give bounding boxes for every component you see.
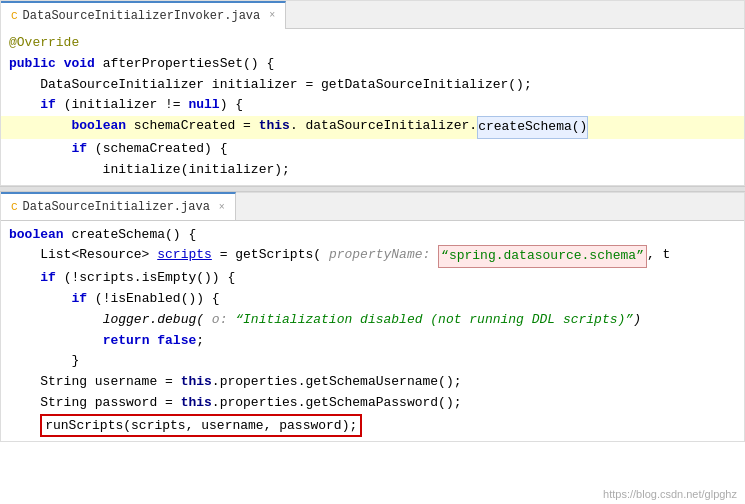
keyword: if: [71, 139, 87, 160]
tab1-label: DataSourceInitializerInvoker.java: [23, 9, 261, 23]
code-text: (!scripts.isEmpty()) {: [56, 268, 235, 289]
code-line: public void afterPropertiesSet() {: [1, 54, 744, 75]
code-text: createSchema() {: [64, 225, 197, 246]
code-text: [9, 268, 40, 289]
tab2-label: DataSourceInitializer.java: [23, 200, 210, 214]
code-line: boolean createSchema() {: [1, 225, 744, 246]
code-line: List<Resource> scripts = getScripts( pro…: [1, 245, 744, 268]
code-text: (schemaCreated) {: [87, 139, 227, 160]
keyword: if: [71, 289, 87, 310]
panel1-code: @Override public void afterPropertiesSet…: [1, 29, 744, 185]
code-text: [9, 310, 103, 331]
code-text: [9, 116, 71, 139]
code-text: (!isEnabled()) {: [87, 289, 220, 310]
keyword2: this: [181, 372, 212, 393]
code-text: [9, 139, 71, 160]
keyword: if: [40, 95, 56, 116]
panel1-tab-bar: C DataSourceInitializerInvoker.java ×: [1, 1, 744, 29]
string-value: “spring.datasource.schema”: [441, 248, 644, 263]
param-hint2: o:: [212, 310, 228, 331]
code-line: return false;: [1, 331, 744, 352]
code-text: , t: [647, 245, 670, 268]
keyword2: this: [181, 393, 212, 414]
watermark: https://blog.csdn.net/glpghz: [603, 488, 737, 500]
link-scripts[interactable]: scripts: [157, 245, 212, 268]
code-text: String password =: [9, 393, 181, 414]
code-text: ) {: [220, 95, 243, 116]
keyword: if: [40, 268, 56, 289]
code-text: [149, 331, 157, 352]
code-line: if (initializer != null) {: [1, 95, 744, 116]
code-text: List<Resource>: [9, 245, 157, 268]
code-text: initialize(initializer);: [9, 160, 290, 181]
code-line: if (!scripts.isEmpty()) {: [1, 268, 744, 289]
keyword: this: [259, 116, 290, 139]
code-text: ;: [196, 331, 204, 352]
code-text: DataSourceInitializer initializer = getD…: [9, 75, 532, 96]
tab2-icon: C: [11, 201, 18, 213]
highlight-createschema: createSchema(): [477, 116, 588, 139]
panel1: C DataSourceInitializerInvoker.java × @O…: [0, 0, 745, 186]
keyword: false: [157, 331, 196, 352]
panel1-tab[interactable]: C DataSourceInitializerInvoker.java ×: [1, 1, 286, 29]
code-text: .properties.getSchemaUsername();: [212, 372, 462, 393]
code-text: [9, 95, 40, 116]
code-line-highlighted: boolean schemaCreated = this. dataSource…: [1, 116, 744, 139]
keyword: public: [9, 54, 56, 75]
code-line: initialize(initializer);: [1, 160, 744, 181]
keyword: boolean: [9, 225, 64, 246]
code-text: [9, 289, 71, 310]
code-text: .: [290, 116, 306, 139]
code-line: if (schemaCreated) {: [1, 139, 744, 160]
string-highlight-box: “spring.datasource.schema”: [438, 245, 647, 268]
code-text: schemaCreated =: [126, 116, 259, 139]
code-text: [9, 331, 103, 352]
tab1-icon: C: [11, 10, 18, 22]
code-line: DataSourceInitializer initializer = getD…: [1, 75, 744, 96]
code-text: [430, 245, 438, 268]
code-line: @Override: [1, 33, 744, 54]
code-text: String username =: [9, 372, 181, 393]
param-hint: propertyName:: [329, 245, 430, 268]
keyword: boolean: [71, 116, 126, 139]
code-text: = getScripts(: [212, 245, 329, 268]
code-text: dataSourceInitializer.: [305, 116, 477, 139]
main-container: C DataSourceInitializerInvoker.java × @O…: [0, 0, 745, 504]
italic-paren: ): [633, 310, 641, 331]
code-text: [56, 54, 64, 75]
code-line: logger.debug( o: “Initialization disable…: [1, 310, 744, 331]
keyword: void: [64, 54, 95, 75]
red-box-runscripts: runScripts(scripts, username, password);: [40, 414, 362, 438]
code-line-redbox: runScripts(scripts, username, password);: [1, 414, 744, 438]
code-text: (initializer !=: [56, 95, 189, 116]
keyword: null: [188, 95, 219, 116]
annotation: @Override: [9, 33, 79, 54]
code-line: if (!isEnabled()) {: [1, 289, 744, 310]
code-text: }: [9, 351, 79, 372]
code-text: .properties.getSchemaPassword();: [212, 393, 462, 414]
code-text: afterPropertiesSet() {: [95, 54, 274, 75]
italic-code: logger.debug(: [103, 310, 212, 331]
keyword: return: [103, 331, 150, 352]
panel2: C DataSourceInitializer.java × boolean c…: [0, 192, 745, 443]
code-line: String password = this.properties.getSch…: [1, 393, 744, 414]
code-line: }: [1, 351, 744, 372]
italic-string: “Initialization disabled (not running DD…: [227, 310, 633, 331]
code-text: [9, 414, 40, 438]
panel2-tab[interactable]: C DataSourceInitializer.java ×: [1, 192, 236, 220]
code-line: String username = this.properties.getSch…: [1, 372, 744, 393]
tab2-close[interactable]: ×: [219, 202, 225, 213]
panel2-tab-bar: C DataSourceInitializer.java ×: [1, 193, 744, 221]
tab1-close[interactable]: ×: [269, 10, 275, 21]
panel2-code: boolean createSchema() { List<Resource> …: [1, 221, 744, 442]
